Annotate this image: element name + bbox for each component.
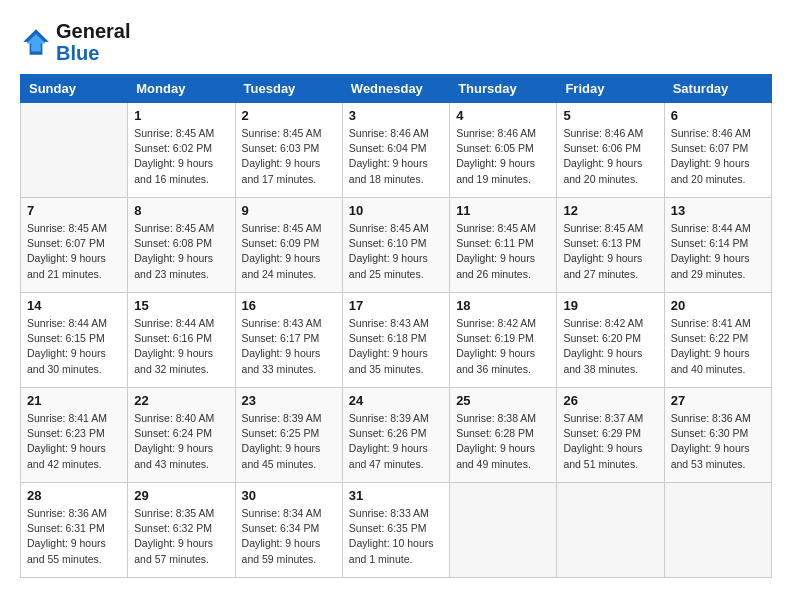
day-number: 23 (242, 393, 336, 408)
day-number: 3 (349, 108, 443, 123)
day-info: Sunrise: 8:39 AMSunset: 6:26 PMDaylight:… (349, 411, 443, 472)
day-number: 16 (242, 298, 336, 313)
calendar-cell: 28Sunrise: 8:36 AMSunset: 6:31 PMDayligh… (21, 483, 128, 578)
weekday-header-friday: Friday (557, 75, 664, 103)
calendar-cell: 11Sunrise: 8:45 AMSunset: 6:11 PMDayligh… (450, 198, 557, 293)
day-info: Sunrise: 8:45 AMSunset: 6:02 PMDaylight:… (134, 126, 228, 187)
calendar-cell: 19Sunrise: 8:42 AMSunset: 6:20 PMDayligh… (557, 293, 664, 388)
day-info: Sunrise: 8:34 AMSunset: 6:34 PMDaylight:… (242, 506, 336, 567)
calendar-cell: 30Sunrise: 8:34 AMSunset: 6:34 PMDayligh… (235, 483, 342, 578)
day-number: 9 (242, 203, 336, 218)
day-number: 10 (349, 203, 443, 218)
weekday-header-row: SundayMondayTuesdayWednesdayThursdayFrid… (21, 75, 772, 103)
calendar-cell: 31Sunrise: 8:33 AMSunset: 6:35 PMDayligh… (342, 483, 449, 578)
day-number: 5 (563, 108, 657, 123)
calendar-cell: 16Sunrise: 8:43 AMSunset: 6:17 PMDayligh… (235, 293, 342, 388)
logo-icon (20, 26, 52, 58)
week-row-5: 28Sunrise: 8:36 AMSunset: 6:31 PMDayligh… (21, 483, 772, 578)
weekday-header-thursday: Thursday (450, 75, 557, 103)
day-info: Sunrise: 8:43 AMSunset: 6:18 PMDaylight:… (349, 316, 443, 377)
calendar-cell: 29Sunrise: 8:35 AMSunset: 6:32 PMDayligh… (128, 483, 235, 578)
day-info: Sunrise: 8:42 AMSunset: 6:19 PMDaylight:… (456, 316, 550, 377)
calendar-cell: 27Sunrise: 8:36 AMSunset: 6:30 PMDayligh… (664, 388, 771, 483)
day-info: Sunrise: 8:44 AMSunset: 6:15 PMDaylight:… (27, 316, 121, 377)
day-info: Sunrise: 8:43 AMSunset: 6:17 PMDaylight:… (242, 316, 336, 377)
weekday-header-monday: Monday (128, 75, 235, 103)
calendar-cell (450, 483, 557, 578)
calendar-cell: 1Sunrise: 8:45 AMSunset: 6:02 PMDaylight… (128, 103, 235, 198)
day-number: 2 (242, 108, 336, 123)
calendar-cell: 5Sunrise: 8:46 AMSunset: 6:06 PMDaylight… (557, 103, 664, 198)
calendar-cell: 15Sunrise: 8:44 AMSunset: 6:16 PMDayligh… (128, 293, 235, 388)
day-number: 18 (456, 298, 550, 313)
day-info: Sunrise: 8:33 AMSunset: 6:35 PMDaylight:… (349, 506, 443, 567)
day-info: Sunrise: 8:46 AMSunset: 6:05 PMDaylight:… (456, 126, 550, 187)
day-info: Sunrise: 8:35 AMSunset: 6:32 PMDaylight:… (134, 506, 228, 567)
day-info: Sunrise: 8:41 AMSunset: 6:23 PMDaylight:… (27, 411, 121, 472)
calendar-cell: 20Sunrise: 8:41 AMSunset: 6:22 PMDayligh… (664, 293, 771, 388)
day-info: Sunrise: 8:37 AMSunset: 6:29 PMDaylight:… (563, 411, 657, 472)
day-info: Sunrise: 8:46 AMSunset: 6:04 PMDaylight:… (349, 126, 443, 187)
day-number: 12 (563, 203, 657, 218)
day-number: 25 (456, 393, 550, 408)
calendar-cell: 2Sunrise: 8:45 AMSunset: 6:03 PMDaylight… (235, 103, 342, 198)
day-number: 11 (456, 203, 550, 218)
day-number: 28 (27, 488, 121, 503)
day-info: Sunrise: 8:40 AMSunset: 6:24 PMDaylight:… (134, 411, 228, 472)
day-number: 19 (563, 298, 657, 313)
calendar-cell: 12Sunrise: 8:45 AMSunset: 6:13 PMDayligh… (557, 198, 664, 293)
week-row-4: 21Sunrise: 8:41 AMSunset: 6:23 PMDayligh… (21, 388, 772, 483)
calendar-cell: 18Sunrise: 8:42 AMSunset: 6:19 PMDayligh… (450, 293, 557, 388)
calendar-cell (21, 103, 128, 198)
day-info: Sunrise: 8:46 AMSunset: 6:06 PMDaylight:… (563, 126, 657, 187)
day-number: 6 (671, 108, 765, 123)
day-info: Sunrise: 8:46 AMSunset: 6:07 PMDaylight:… (671, 126, 765, 187)
weekday-header-wednesday: Wednesday (342, 75, 449, 103)
day-info: Sunrise: 8:45 AMSunset: 6:07 PMDaylight:… (27, 221, 121, 282)
week-row-3: 14Sunrise: 8:44 AMSunset: 6:15 PMDayligh… (21, 293, 772, 388)
logo-text: General Blue (56, 20, 130, 64)
day-info: Sunrise: 8:36 AMSunset: 6:30 PMDaylight:… (671, 411, 765, 472)
day-info: Sunrise: 8:45 AMSunset: 6:03 PMDaylight:… (242, 126, 336, 187)
day-info: Sunrise: 8:42 AMSunset: 6:20 PMDaylight:… (563, 316, 657, 377)
day-info: Sunrise: 8:36 AMSunset: 6:31 PMDaylight:… (27, 506, 121, 567)
day-info: Sunrise: 8:44 AMSunset: 6:16 PMDaylight:… (134, 316, 228, 377)
week-row-1: 1Sunrise: 8:45 AMSunset: 6:02 PMDaylight… (21, 103, 772, 198)
calendar-cell: 26Sunrise: 8:37 AMSunset: 6:29 PMDayligh… (557, 388, 664, 483)
day-info: Sunrise: 8:38 AMSunset: 6:28 PMDaylight:… (456, 411, 550, 472)
weekday-header-saturday: Saturday (664, 75, 771, 103)
day-info: Sunrise: 8:45 AMSunset: 6:10 PMDaylight:… (349, 221, 443, 282)
calendar-cell: 17Sunrise: 8:43 AMSunset: 6:18 PMDayligh… (342, 293, 449, 388)
calendar-cell: 13Sunrise: 8:44 AMSunset: 6:14 PMDayligh… (664, 198, 771, 293)
day-info: Sunrise: 8:45 AMSunset: 6:09 PMDaylight:… (242, 221, 336, 282)
weekday-header-tuesday: Tuesday (235, 75, 342, 103)
day-number: 22 (134, 393, 228, 408)
day-number: 31 (349, 488, 443, 503)
weekday-header-sunday: Sunday (21, 75, 128, 103)
calendar-cell (664, 483, 771, 578)
calendar-cell: 14Sunrise: 8:44 AMSunset: 6:15 PMDayligh… (21, 293, 128, 388)
day-number: 27 (671, 393, 765, 408)
day-number: 7 (27, 203, 121, 218)
logo: General Blue (20, 20, 130, 64)
day-info: Sunrise: 8:39 AMSunset: 6:25 PMDaylight:… (242, 411, 336, 472)
day-info: Sunrise: 8:41 AMSunset: 6:22 PMDaylight:… (671, 316, 765, 377)
day-number: 29 (134, 488, 228, 503)
page-header: General Blue (20, 20, 772, 64)
calendar-cell: 24Sunrise: 8:39 AMSunset: 6:26 PMDayligh… (342, 388, 449, 483)
calendar-cell: 22Sunrise: 8:40 AMSunset: 6:24 PMDayligh… (128, 388, 235, 483)
day-number: 24 (349, 393, 443, 408)
calendar-cell: 6Sunrise: 8:46 AMSunset: 6:07 PMDaylight… (664, 103, 771, 198)
day-number: 26 (563, 393, 657, 408)
calendar-cell: 7Sunrise: 8:45 AMSunset: 6:07 PMDaylight… (21, 198, 128, 293)
week-row-2: 7Sunrise: 8:45 AMSunset: 6:07 PMDaylight… (21, 198, 772, 293)
day-number: 1 (134, 108, 228, 123)
calendar-cell: 3Sunrise: 8:46 AMSunset: 6:04 PMDaylight… (342, 103, 449, 198)
day-info: Sunrise: 8:45 AMSunset: 6:08 PMDaylight:… (134, 221, 228, 282)
calendar-cell: 25Sunrise: 8:38 AMSunset: 6:28 PMDayligh… (450, 388, 557, 483)
day-number: 30 (242, 488, 336, 503)
calendar-cell: 9Sunrise: 8:45 AMSunset: 6:09 PMDaylight… (235, 198, 342, 293)
day-number: 14 (27, 298, 121, 313)
calendar-cell: 4Sunrise: 8:46 AMSunset: 6:05 PMDaylight… (450, 103, 557, 198)
day-number: 13 (671, 203, 765, 218)
